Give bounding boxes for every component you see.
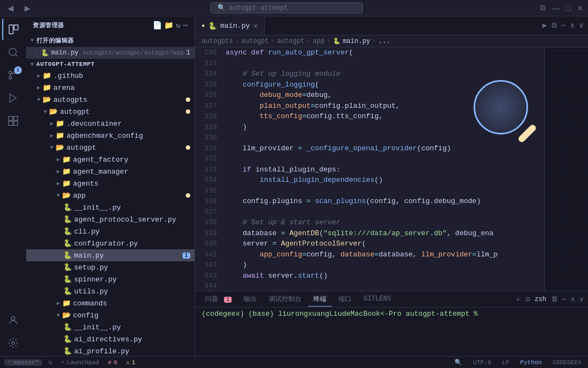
svg-rect-9 <box>14 116 18 121</box>
sidebar-item-init[interactable]: 🐍 __init__.py <box>26 201 195 213</box>
breadcrumb-app[interactable]: app <box>313 38 325 45</box>
sidebar-item-autogpt-sub[interactable]: ▼ 📂 autogpt <box>26 142 195 154</box>
tab-close-button[interactable]: ✕ <box>253 22 258 30</box>
terminal-content[interactable]: (codegeex) (base) liurongxuangLiudeMacBo… <box>195 308 588 356</box>
panel-tab-output[interactable]: 输出 <box>238 292 262 306</box>
sidebar-item-autogpt-folder[interactable]: ▼ 📂 autogpt <box>26 106 195 118</box>
breadcrumb-ellipsis[interactable]: ... <box>379 38 391 45</box>
sidebar-item-config[interactable]: ▼ 📂 config <box>26 309 195 321</box>
sidebar-item-agent-factory[interactable]: ▶ 📁 agent_factory <box>26 154 195 165</box>
error-item[interactable]: ⊘ 0 <box>106 359 119 366</box>
breadcrumb-autogpts[interactable]: autogpts <box>202 38 233 45</box>
new-file-icon[interactable]: 📄 <box>153 21 162 30</box>
sep2: › <box>271 38 275 45</box>
codegeex-item[interactable]: CODEGEEX <box>550 359 584 366</box>
ports-label: 端口 <box>338 296 351 303</box>
sidebar-item-configurator[interactable]: 🐍 configurator.py <box>26 237 195 249</box>
breadcrumb-autogpt2[interactable]: autogpt <box>277 38 304 45</box>
sync-item[interactable]: ↻ <box>46 359 54 366</box>
collapse-icon[interactable]: ⋯ <box>183 21 188 30</box>
sidebar-item-devcontainer[interactable]: ▶ 📁 .devcontainer <box>26 118 195 130</box>
add-terminal-icon[interactable]: ＋ <box>514 295 522 304</box>
remote-item[interactable]: ⚡ Launchpad <box>59 359 101 366</box>
title-search-box[interactable]: 🔍 autogpt-attempt <box>210 2 363 14</box>
sidebar-item-spinner[interactable]: 🐍 spinner.py <box>26 273 195 285</box>
config-label: config <box>73 311 99 320</box>
close-icon[interactable]: ✕ <box>35 50 39 57</box>
activity-account[interactable] <box>2 309 24 331</box>
sidebar-item-agent-protocol[interactable]: 🐍 agent_protocol_server.py <box>26 213 195 225</box>
sidebar-item-app[interactable]: ▼ 📂 app <box>26 189 195 201</box>
sidebar-item-cli[interactable]: 🐍 cli.py <box>26 225 195 237</box>
activity-settings[interactable] <box>2 332 24 354</box>
sidebar-item-github[interactable]: ▶ 📁 .github <box>26 70 195 82</box>
chevron-down-panel-icon[interactable]: ∨ <box>579 295 584 304</box>
sidebar-item-commands[interactable]: ▶ 📁 commands <box>26 297 195 309</box>
sidebar-content: ▼ 打开的编辑器 ✕ 🐍 main.py autogpts/autogpt/au… <box>26 34 195 356</box>
code-content[interactable]: async def run_auto_gpt_server( # Set up … <box>221 47 544 291</box>
sidebar-item-autogpts[interactable]: ▼ 📂 autogpts <box>26 94 195 106</box>
line-ending-item[interactable]: LF <box>500 359 511 366</box>
sidebar-item-agbenchmark[interactable]: ▶ 📁 agbenchmark_config <box>26 130 195 142</box>
chevron-up-panel-icon[interactable]: ∧ <box>571 295 575 304</box>
nav-forward-button[interactable]: ▶ <box>21 3 34 14</box>
open-editor-file[interactable]: ✕ 🐍 main.py autogpts/autogpt/autogpt/app… <box>26 47 195 59</box>
breadcrumb: autogpts › autogpt › autogpt › app › 🐍 m… <box>195 35 588 47</box>
autogpt-folder-label: autogpt <box>60 108 90 116</box>
sidebar-item-arena[interactable]: ▶ 📁 arena <box>26 82 195 94</box>
activity-git[interactable]: 1 <box>2 64 24 86</box>
language-item[interactable]: Python <box>518 359 544 366</box>
nav-back-button[interactable]: ◀ <box>4 3 17 14</box>
chevron-down-icon2[interactable]: ∨ <box>579 21 584 30</box>
breadcrumb-autogpt[interactable]: autogpt <box>241 38 269 45</box>
new-folder-icon[interactable]: 📁 <box>164 21 174 30</box>
split-icon[interactable]: ⧉ <box>551 21 557 30</box>
split-terminal-icon[interactable]: ⊡ <box>526 295 530 304</box>
sidebar-item-main[interactable]: 🐍 main.py 1 <box>26 249 195 261</box>
sidebar-item-ai-profile[interactable]: 🐍 ai_profile.py <box>26 345 195 356</box>
sidebar-item-setup[interactable]: 🐍 setup.py <box>26 261 195 273</box>
panel-tab-terminal[interactable]: 终端 <box>308 292 332 306</box>
activity-explorer[interactable] <box>2 19 24 40</box>
git-branch-item[interactable]: ⑂ master* <box>4 359 42 366</box>
maximize-button[interactable]: □ <box>566 4 571 13</box>
panel-tab-debug[interactable]: 调试控制台 <box>263 292 307 306</box>
activity-run[interactable] <box>2 87 24 109</box>
ai-directives-label: ai_directives.py <box>74 335 142 344</box>
activity-extensions[interactable] <box>2 110 24 132</box>
more-icon[interactable]: ⋯ <box>561 21 566 30</box>
chevron-right-icon: ▶ <box>50 132 53 139</box>
root-section[interactable]: ▼ AUTOGPT-ATTEMPT <box>26 59 195 70</box>
search-status-item[interactable]: 🔍 <box>452 359 464 366</box>
warn-item[interactable]: ⚠ 1 <box>124 359 137 366</box>
title-bar-center: 🔍 autogpt-attempt <box>34 2 540 14</box>
sidebar-item-config-init[interactable]: 🐍 __init__.py <box>26 321 195 333</box>
title-bar-controls: ⧉ — □ ✕ <box>540 3 584 13</box>
refresh-icon[interactable]: ↻ <box>176 21 181 30</box>
split-editor-button[interactable]: ⧉ <box>540 3 545 13</box>
sidebar-item-utils[interactable]: 🐍 utils.py <box>26 285 195 297</box>
breadcrumb-main[interactable]: main.py <box>343 38 370 45</box>
activity-search[interactable] <box>2 41 24 63</box>
open-editors-section[interactable]: ▼ 打开的编辑器 <box>26 34 195 47</box>
encoding-item[interactable]: UTF-8 <box>471 359 493 366</box>
py-icon: 🐍 <box>63 203 72 212</box>
panel-tab-ports[interactable]: 端口 <box>333 292 357 306</box>
run-icon[interactable]: ▶ <box>542 21 547 30</box>
minimap[interactable] <box>544 47 588 291</box>
chevron-up-icon[interactable]: ∧ <box>570 21 574 30</box>
spinner-label: spinner.py <box>74 275 117 284</box>
close-button[interactable]: ✕ <box>577 4 584 13</box>
sidebar-item-agents[interactable]: ▶ 📁 agents <box>26 177 195 189</box>
panel-tab-gitlens[interactable]: GITLENS <box>358 293 396 305</box>
agents-label: agents <box>73 180 99 188</box>
chevron-right-icon: ▶ <box>57 168 60 175</box>
sidebar-item-agent-manager[interactable]: ▶ 📁 agent_manager <box>26 165 195 177</box>
more-panel-icon[interactable]: ⋯ <box>562 295 567 304</box>
line-numbers: 296 323 324 325 326 327 328 329 330 331 … <box>195 47 221 291</box>
trash-icon[interactable]: 🗑 <box>551 295 558 303</box>
sidebar-item-ai-directives[interactable]: 🐍 ai_directives.py <box>26 333 195 345</box>
panel-tab-problems[interactable]: 问题 1 <box>199 292 237 306</box>
minimize-button[interactable]: — <box>552 4 560 13</box>
tab-main-py[interactable]: ● 🐍 main.py ✕ <box>195 17 265 35</box>
